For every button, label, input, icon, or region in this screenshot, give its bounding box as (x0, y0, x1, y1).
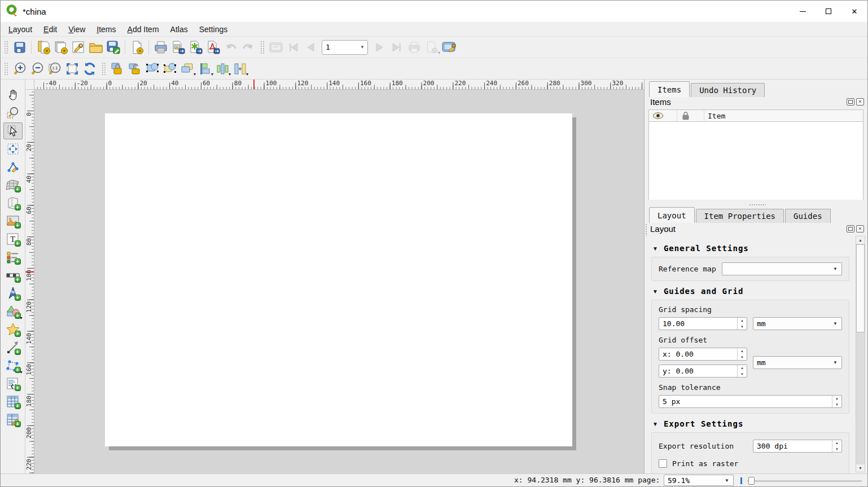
add-north-arrow-button[interactable]: N + (3, 285, 23, 302)
duplicate-layout-button[interactable] (52, 38, 69, 56)
select-all-items-button[interactable] (143, 60, 161, 77)
spin-arrows-icon[interactable]: ▲▼ (737, 365, 747, 377)
chevron-down-icon[interactable]: ▼ (357, 45, 367, 50)
undo-button[interactable] (222, 38, 239, 56)
float-dock-icon[interactable] (847, 225, 854, 232)
save-project-button[interactable] (11, 38, 28, 56)
close-button[interactable]: ✕ (841, 1, 867, 22)
preview-atlas-button[interactable] (267, 38, 284, 56)
export-resolution-spinbox[interactable]: 300 dpi ▲▼ (753, 440, 842, 453)
menu-add-item[interactable]: Add Item (122, 23, 165, 36)
refresh-view-button[interactable] (81, 60, 98, 77)
export-pdf-button[interactable] (204, 38, 222, 56)
reference-map-combo[interactable]: ▼ (722, 262, 842, 275)
items-table-body[interactable] (649, 122, 863, 200)
add-html-button[interactable]: + (3, 375, 23, 392)
atlas-page-input[interactable] (322, 43, 357, 51)
scrollbar-thumb[interactable] (856, 244, 865, 332)
raise-items-button[interactable]: ▾ (178, 60, 196, 77)
zoom-out-button[interactable] (28, 60, 46, 77)
toolbar-grip[interactable] (4, 62, 8, 76)
section-export-settings[interactable]: ▼ Export Settings (652, 419, 849, 428)
atlas-page-combo[interactable]: ▼ (322, 40, 368, 55)
add-fixed-table-button[interactable]: + (3, 411, 23, 428)
float-dock-icon[interactable] (847, 98, 854, 106)
lock-column-header[interactable] (677, 110, 704, 121)
toolbar-grip[interactable] (4, 41, 8, 54)
zoom-in-button[interactable] (11, 60, 28, 77)
scrollbar-track[interactable] (856, 244, 865, 464)
lock-selected-items-button[interactable] (108, 60, 126, 77)
grid-offset-x-spinbox[interactable]: x: 0.00 ▲▼ (659, 348, 747, 361)
spin-arrows-icon[interactable]: ▲▼ (832, 396, 841, 407)
close-dock-icon[interactable]: × (856, 98, 864, 106)
scroll-up-icon[interactable]: ▲ (856, 236, 865, 244)
atlas-first-feature-button[interactable] (284, 38, 302, 56)
invert-selection-button[interactable] (161, 60, 178, 77)
redo-button[interactable] (239, 38, 257, 56)
atlas-settings-button[interactable] (440, 38, 458, 56)
add-attribute-table-button[interactable]: + (3, 393, 23, 410)
toolbar-grip[interactable] (260, 41, 264, 54)
item-column-header[interactable]: Item (704, 110, 863, 121)
print-as-raster-checkbox[interactable] (659, 459, 667, 468)
align-items-button[interactable]: ▾ (196, 60, 213, 77)
grid-spacing-spinbox[interactable]: 10.00 ▲▼ (659, 317, 747, 330)
open-layout-button[interactable] (87, 38, 104, 56)
menu-layout[interactable]: Layout (3, 23, 38, 36)
menu-settings[interactable]: Settings (194, 23, 234, 36)
section-guides-and-grid[interactable]: ▼ Guides and Grid (652, 287, 849, 296)
minimize-button[interactable] (790, 1, 816, 22)
layout-canvas[interactable] (34, 90, 644, 473)
menu-atlas[interactable]: Atlas (165, 23, 194, 36)
layout-manager-button[interactable] (69, 38, 87, 56)
add-map-button[interactable]: + (3, 177, 23, 194)
zoom-level-combo[interactable]: 59.1% ▼ (664, 475, 734, 486)
spin-arrows-icon[interactable]: ▲▼ (832, 440, 841, 452)
visibility-column-header[interactable] (649, 110, 677, 121)
tab-guides[interactable]: Guides (785, 209, 831, 223)
distribute-items-button[interactable]: ▾ (213, 60, 231, 77)
print-atlas-button[interactable] (405, 38, 423, 56)
spin-arrows-icon[interactable]: ▲▼ (737, 318, 747, 330)
add-pages-button[interactable] (128, 38, 146, 56)
tab-items[interactable]: Items (649, 81, 690, 97)
resize-items-button[interactable]: ▾ (231, 60, 248, 77)
menu-items[interactable]: Items (91, 23, 121, 36)
pan-tool-button[interactable] (3, 86, 23, 103)
zoom-slider-handle[interactable] (748, 477, 755, 485)
add-node-item-button[interactable]: + ▾ (3, 357, 23, 374)
add-picture-button[interactable]: + (3, 213, 23, 230)
zoom-actual-size-button[interactable]: 1:1 (46, 60, 63, 77)
add-arrow-button[interactable]: + (3, 339, 23, 356)
toolbar-grip[interactable] (102, 62, 106, 76)
print-button[interactable] (152, 38, 169, 56)
add-scalebar-button[interactable]: + (3, 267, 23, 284)
layout-page[interactable] (105, 113, 572, 446)
add-3d-map-button[interactable]: + (3, 195, 23, 212)
zoom-full-extent-button[interactable] (63, 60, 81, 77)
zoom-slider-track[interactable] (747, 480, 862, 482)
export-svg-button[interactable] (187, 38, 204, 56)
zoom-slider[interactable] (740, 476, 864, 485)
unlock-all-items-button[interactable] (126, 60, 143, 77)
add-label-button[interactable]: T + (3, 231, 23, 248)
spin-arrows-icon[interactable]: ▲▼ (737, 348, 747, 360)
save-layout-button[interactable] (104, 38, 122, 56)
scroll-down-icon[interactable]: ▼ (856, 464, 865, 472)
atlas-previous-feature-button[interactable] (302, 38, 319, 56)
atlas-next-feature-button[interactable] (370, 38, 388, 56)
close-dock-icon[interactable]: × (856, 225, 864, 232)
grid-spacing-unit-combo[interactable]: mm ▼ (753, 317, 842, 330)
maximize-button[interactable] (816, 1, 841, 22)
tab-layout[interactable]: Layout (649, 207, 695, 223)
edit-nodes-tool-button[interactable] (3, 159, 23, 176)
atlas-last-feature-button[interactable] (388, 38, 405, 56)
move-item-content-tool-button[interactable] (3, 141, 23, 157)
tab-item-properties[interactable]: Item Properties (696, 209, 784, 223)
new-layout-button[interactable] (34, 38, 52, 56)
panel-splitter-handle[interactable] (645, 223, 648, 236)
add-legend-button[interactable]: + (3, 249, 23, 266)
add-shape-button[interactable]: + ▾ (3, 303, 23, 320)
grid-offset-y-spinbox[interactable]: y: 0.00 ▲▼ (659, 365, 747, 378)
